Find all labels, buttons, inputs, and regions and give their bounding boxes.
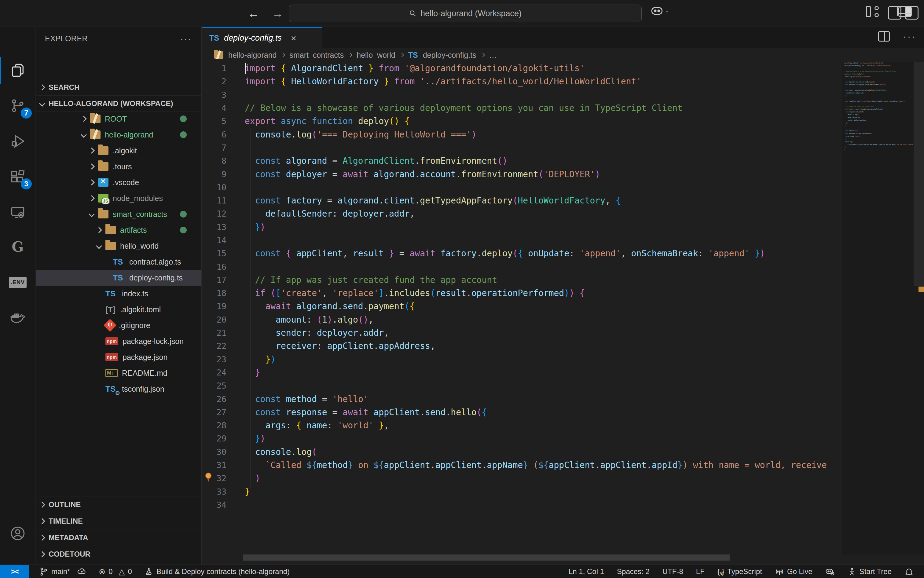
copilot-status-button[interactable] bbox=[825, 567, 835, 576]
remote-indicator[interactable]: >< bbox=[0, 565, 29, 578]
breadcrumb-item[interactable]: hello_world bbox=[357, 51, 395, 60]
section-outline[interactable]: OUTLINE bbox=[36, 496, 201, 513]
activity-item-accounts[interactable] bbox=[0, 518, 36, 549]
customize-layout-button[interactable] bbox=[866, 6, 879, 17]
code-line-27[interactable]: 27 const response = await appClient.send… bbox=[202, 406, 842, 419]
activity-item-extensions[interactable]: 3 bbox=[0, 161, 36, 192]
section-workspace[interactable]: HELLO-ALGORAND (WORKSPACE) bbox=[36, 95, 201, 112]
go-live-button[interactable]: Go Live bbox=[775, 567, 812, 576]
close-tab-icon[interactable]: × bbox=[291, 33, 296, 43]
tree-item-package-json[interactable]: package.json bbox=[36, 349, 201, 365]
indentation[interactable]: Spaces: 2 bbox=[617, 567, 650, 576]
code-editor[interactable]: 1import { AlgorandClient } from '@algora… bbox=[202, 62, 842, 554]
code-line-34[interactable]: 34 bbox=[202, 498, 842, 511]
section-codetour[interactable]: CODETOUR bbox=[36, 546, 201, 562]
eol-sequence[interactable]: LF bbox=[696, 567, 705, 576]
tree-item-deploy-config-ts[interactable]: deploy-config.ts bbox=[36, 270, 201, 286]
code-line-17[interactable]: 17 // If app was just created fund the a… bbox=[202, 273, 842, 287]
toggle-secondary-sidebar-button[interactable] bbox=[888, 6, 901, 19]
editor-more-actions-button[interactable]: ··· bbox=[903, 31, 916, 42]
tree-item-node-modules[interactable]: node_modules bbox=[36, 190, 201, 206]
breadcrumb-item[interactable]: smart_contracts bbox=[289, 51, 344, 60]
minimap[interactable]: 1import { AlgorandClient } from '@algora… bbox=[842, 62, 914, 554]
code-line-3[interactable]: 3 bbox=[202, 88, 842, 101]
code-line-20[interactable]: 20 amount: (1).algo(), bbox=[202, 313, 842, 326]
code-line-13[interactable]: 13 }) bbox=[202, 221, 842, 234]
encoding[interactable]: UTF-8 bbox=[663, 567, 683, 576]
breadcrumb-item[interactable]: deploy-config.ts bbox=[423, 51, 476, 60]
code-line-4[interactable]: 4// Below is a showcase of various deplo… bbox=[202, 101, 842, 115]
tree-item-root[interactable]: ROOT bbox=[36, 111, 201, 127]
nav-back-button[interactable]: ← bbox=[247, 7, 259, 20]
code-line-24[interactable]: 24 } bbox=[202, 366, 842, 379]
tree-item-readme-md[interactable]: README.md bbox=[36, 365, 201, 381]
nav-forward-button[interactable]: → bbox=[272, 7, 284, 20]
code-line-16[interactable]: 16 bbox=[202, 260, 842, 273]
tree-item--gitignore[interactable]: .gitignore bbox=[36, 317, 201, 333]
breadcrumb-item[interactable]: … bbox=[489, 51, 497, 60]
code-line-9[interactable]: 9 const deployer = await algorand.accoun… bbox=[202, 167, 842, 180]
tree-item--algokit-toml[interactable]: .algokit.toml bbox=[36, 302, 201, 317]
branch-status[interactable]: main* bbox=[39, 567, 86, 576]
code-line-1[interactable]: 1import { AlgorandClient } from '@algora… bbox=[202, 62, 842, 75]
tree-item-hello-world[interactable]: hello_world bbox=[36, 238, 201, 254]
code-line-26[interactable]: 26 const method = 'hello' bbox=[202, 392, 842, 405]
split-editor-button[interactable] bbox=[878, 31, 890, 42]
code-line-29[interactable]: 29 }) bbox=[202, 432, 842, 445]
section-search[interactable]: SEARCH bbox=[36, 79, 201, 95]
activity-item-run-debug[interactable] bbox=[0, 125, 36, 157]
code-line-25[interactable]: 25 bbox=[202, 379, 842, 392]
activity-item-source-control[interactable]: 7 bbox=[0, 90, 36, 122]
code-line-15[interactable]: 15 const { appClient, result } = await f… bbox=[202, 247, 842, 260]
activity-item-dotenv[interactable]: .ENV bbox=[0, 266, 36, 298]
code-line-12[interactable]: 12 defaultSender: deployer.addr, bbox=[202, 207, 842, 220]
code-line-5[interactable]: 5export async function deploy() { bbox=[202, 115, 842, 128]
horizontal-scrollbar[interactable] bbox=[243, 554, 730, 560]
tree-item-index-ts[interactable]: index.ts bbox=[36, 286, 201, 302]
tab-deploy-config[interactable]: TS deploy-config.ts × bbox=[202, 27, 322, 48]
code-line-11[interactable]: 11 const factory = algorand.client.getTy… bbox=[202, 194, 842, 207]
notifications-button[interactable] bbox=[905, 567, 914, 576]
command-center-search[interactable]: hello-algorand (Workspace) bbox=[289, 5, 641, 22]
code-line-10[interactable]: 10 bbox=[202, 181, 842, 194]
explorer-more-actions-button[interactable]: ··· bbox=[180, 34, 192, 44]
code-line-7[interactable]: 7 bbox=[202, 141, 842, 154]
activity-item-remote-explorer[interactable] bbox=[0, 196, 36, 228]
copilot-menu-button[interactable]: ⌄ bbox=[651, 5, 669, 16]
code-line-14[interactable]: 14 bbox=[202, 234, 842, 247]
code-line-32[interactable]: 32 ) bbox=[202, 472, 842, 485]
code-line-2[interactable]: 2import { HelloWorldFactory } from '../a… bbox=[202, 75, 842, 88]
code-line-28[interactable]: 28 args: { name: 'world' }, bbox=[202, 419, 842, 432]
activity-item-explorer[interactable] bbox=[0, 54, 36, 86]
section-timeline[interactable]: TIMELINE bbox=[36, 513, 201, 529]
code-line-6[interactable]: 6 console.log('=== Deploying HelloWorld … bbox=[202, 128, 842, 141]
tree-item-artifacts[interactable]: artifacts bbox=[36, 222, 201, 238]
tree-item-hello-algorand[interactable]: hello-algorand bbox=[36, 127, 201, 143]
code-line-8[interactable]: 8 const algorand = AlgorandClient.fromEn… bbox=[202, 154, 842, 167]
start-tree-button[interactable]: Start Tree bbox=[847, 567, 892, 576]
tree-item-contract-algo-ts[interactable]: contract.algo.ts bbox=[36, 254, 201, 270]
vertical-scrollbar-thumb[interactable] bbox=[914, 62, 924, 286]
tree-item--algokit[interactable]: .algokit bbox=[36, 143, 201, 159]
tree-item--tours[interactable]: .tours bbox=[36, 159, 201, 174]
section-metadata[interactable]: METADATA bbox=[36, 529, 201, 546]
tree-item-smart-contracts[interactable]: smart_contracts bbox=[36, 206, 201, 222]
code-line-30[interactable]: 30 console.log( bbox=[202, 445, 842, 459]
language-mode[interactable]: { }⊗ TypeScript bbox=[718, 567, 762, 576]
code-line-18[interactable]: 18 if (['create', 'replace'].includes(re… bbox=[202, 287, 842, 300]
activity-item-gitlens[interactable]: G bbox=[0, 231, 36, 263]
code-line-22[interactable]: 22 receiver: appClient.appAddress, bbox=[202, 339, 842, 352]
tree-item--vscode[interactable]: .vscode bbox=[36, 174, 201, 190]
problems-status[interactable]: ⊗ 0 △ 0 bbox=[99, 567, 132, 576]
code-line-33[interactable]: 33} bbox=[202, 485, 842, 498]
tree-item-tsconfig-json[interactable]: tsconfig.json bbox=[36, 381, 201, 397]
code-line-23[interactable]: 23 }) bbox=[202, 353, 842, 366]
code-line-19[interactable]: 19 await algorand.send.payment({ bbox=[202, 300, 842, 313]
codetour-marker-icon[interactable] bbox=[204, 472, 213, 482]
code-line-21[interactable]: 21 sender: deployer.addr, bbox=[202, 326, 842, 339]
cursor-position[interactable]: Ln 1, Col 1 bbox=[568, 567, 604, 576]
code-line-31[interactable]: 31 `Called ${method} on ${appClient.appC… bbox=[202, 459, 842, 472]
activity-item-docker[interactable] bbox=[0, 301, 36, 333]
tree-item-package-lock-json[interactable]: package-lock.json bbox=[36, 333, 201, 349]
breadcrumb-item[interactable]: hello-algorand bbox=[228, 51, 276, 60]
